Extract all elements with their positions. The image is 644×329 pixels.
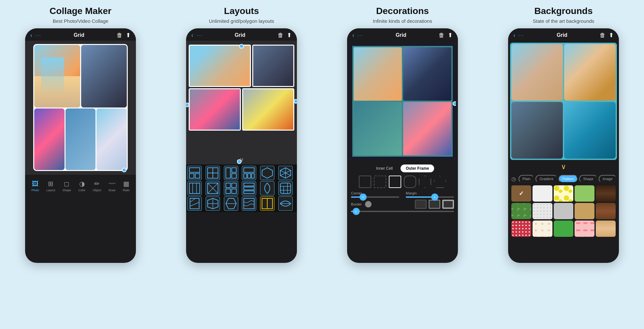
toolbar-color[interactable]: ◑ Color <box>79 180 86 192</box>
layout-thumb-6[interactable] <box>278 166 293 180</box>
layout-thumb-15[interactable] <box>224 196 238 211</box>
bg-photo-2[interactable] <box>564 44 616 101</box>
layout-thumb-14[interactable] <box>206 196 220 211</box>
frame-opt-penta[interactable] <box>434 176 446 188</box>
swatch-pink-hearts[interactable] <box>575 221 594 237</box>
frame-opt-dashed[interactable] <box>374 176 386 188</box>
more-icon-2[interactable]: ··· <box>197 33 202 38</box>
frame-opt-selected[interactable] <box>389 176 401 188</box>
toolbar-draw[interactable]: 〰 Draw <box>109 180 115 192</box>
corner-slider-track[interactable]: ⊡ <box>351 196 399 198</box>
deco-resize-handle[interactable] <box>453 101 456 106</box>
trash-icon-3[interactable]: 🗑 <box>439 32 445 39</box>
expand-chevron[interactable]: ∨ <box>186 156 297 163</box>
collage-cell-skateboard[interactable] <box>34 108 65 170</box>
border-size-2[interactable] <box>429 200 440 209</box>
toolbar-layout[interactable]: ⊞ Layout <box>46 180 55 192</box>
trash-icon-1[interactable]: 🗑 <box>117 32 123 39</box>
hex-cell-2[interactable] <box>252 45 294 87</box>
share-icon-4[interactable]: ⬆ <box>609 32 614 39</box>
trash-icon-2[interactable]: 🗑 <box>278 32 284 39</box>
deco-photo-1[interactable] <box>354 47 402 101</box>
collage-cell-snow[interactable] <box>96 108 127 170</box>
frame-opt-hex[interactable] <box>419 176 431 188</box>
deco-photo-2[interactable] <box>403 47 451 101</box>
collage-cell-kiss[interactable] <box>81 45 127 107</box>
layout-thumb-16[interactable] <box>242 196 256 211</box>
deco-photo-3[interactable] <box>354 102 402 155</box>
back-icon-1[interactable]: ‹ <box>30 32 32 39</box>
resize-handle[interactable] <box>122 168 126 172</box>
more-icon-3[interactable]: ··· <box>358 33 363 38</box>
swatch-cream-pattern[interactable] <box>533 221 552 237</box>
border-size-1[interactable] <box>415 200 427 209</box>
swatch-brown-wood2[interactable] <box>596 203 616 219</box>
swatch-white[interactable] <box>533 185 552 202</box>
swatch-light-wood[interactable] <box>596 221 616 237</box>
layout-thumb-3[interactable] <box>224 166 238 180</box>
bg-photo-1[interactable] <box>511 44 563 101</box>
layout-thumb-17[interactable] <box>260 196 274 211</box>
share-icon-1[interactable]: ⬆ <box>126 32 131 39</box>
hex-cell-4[interactable] <box>242 88 294 131</box>
back-icon-4[interactable]: ‹ <box>513 32 515 39</box>
swatch-light-gray[interactable] <box>554 203 574 219</box>
bg-tab-shape[interactable]: Shape <box>579 175 597 183</box>
swatch-cork[interactable] <box>511 185 531 202</box>
margin-thumb[interactable]: ≡ <box>431 193 438 201</box>
swatch-light-dots[interactable] <box>533 203 552 219</box>
swatch-yellow-lemon[interactable] <box>554 185 574 202</box>
frame-opt-rounded[interactable] <box>404 176 416 188</box>
toolbar-object[interactable]: ✏ Object <box>93 180 101 192</box>
more-icon-1[interactable]: ··· <box>36 33 41 38</box>
toolbar-shape[interactable]: ◻ Shape <box>63 180 71 192</box>
layout-thumb-13[interactable] <box>187 196 202 211</box>
layout-thumb-8[interactable] <box>206 181 220 195</box>
bg-photo-3[interactable] <box>511 102 563 159</box>
back-icon-3[interactable]: ‹ <box>352 32 354 39</box>
deco-photo-4[interactable] <box>403 102 451 155</box>
swatch-tan[interactable] <box>575 203 594 219</box>
layout-thumb-10[interactable] <box>242 181 256 195</box>
border-slider-track[interactable]: ⊡ <box>351 211 454 212</box>
bg-tab-pattern[interactable]: Pattern <box>559 175 578 183</box>
history-icon[interactable]: ◷ <box>511 176 516 182</box>
collage-cell-beach[interactable] <box>34 45 80 107</box>
corner-thumb[interactable]: ⊡ <box>359 193 367 201</box>
hex-cell-3[interactable] <box>189 88 241 131</box>
share-icon-2[interactable]: ⬆ <box>287 32 292 39</box>
swatch-green-leaves[interactable] <box>511 203 531 219</box>
layout-thumb-12[interactable] <box>278 181 293 195</box>
border-size-3[interactable] <box>442 200 454 209</box>
border-color-swatch[interactable] <box>365 201 372 207</box>
layout-thumb-5[interactable] <box>260 166 274 180</box>
frame-opt-plain[interactable] <box>359 176 371 188</box>
toggle-inner-cell[interactable]: Inner Cell <box>371 164 398 172</box>
layout-thumb-2[interactable] <box>206 166 220 180</box>
back-icon-2[interactable]: ‹ <box>191 32 193 39</box>
layout-thumb-1[interactable] <box>187 166 202 180</box>
bg-tab-plain[interactable]: Plain <box>519 175 534 183</box>
toolbar-photo[interactable]: 🖼 Photo <box>31 180 39 192</box>
layout-thumb-9[interactable] <box>224 181 238 195</box>
margin-slider-track[interactable]: ≡ <box>406 196 454 198</box>
toolbar-ratio[interactable]: ▦ Ratio <box>123 180 130 192</box>
bg-tab-gradient[interactable]: Gradient <box>535 175 557 183</box>
drag-handle-right[interactable] <box>294 99 297 104</box>
layout-thumb-11[interactable] <box>260 181 274 195</box>
collage-cell-skateboard2[interactable] <box>66 108 96 170</box>
trash-icon-4[interactable]: 🗑 <box>600 32 606 39</box>
swatch-red-polka[interactable] <box>511 221 531 237</box>
swatch-palm-trees[interactable] <box>575 185 594 202</box>
layout-thumb-18[interactable] <box>278 196 293 211</box>
layout-thumb-7[interactable] <box>187 181 202 195</box>
hex-cell-1[interactable] <box>189 45 251 87</box>
border-slider-thumb[interactable]: ⊡ <box>353 208 360 215</box>
bg-tab-image[interactable]: Image <box>599 175 617 183</box>
swatch-dark-wood[interactable] <box>596 185 616 202</box>
layout-thumb-4[interactable] <box>242 166 256 180</box>
swatch-green-hearts[interactable] <box>554 221 574 237</box>
toggle-outer-frame[interactable]: Outer Frame <box>401 164 434 172</box>
more-icon-4[interactable]: ··· <box>519 33 524 38</box>
bg-expand-chevron[interactable]: ∨ <box>508 162 619 172</box>
